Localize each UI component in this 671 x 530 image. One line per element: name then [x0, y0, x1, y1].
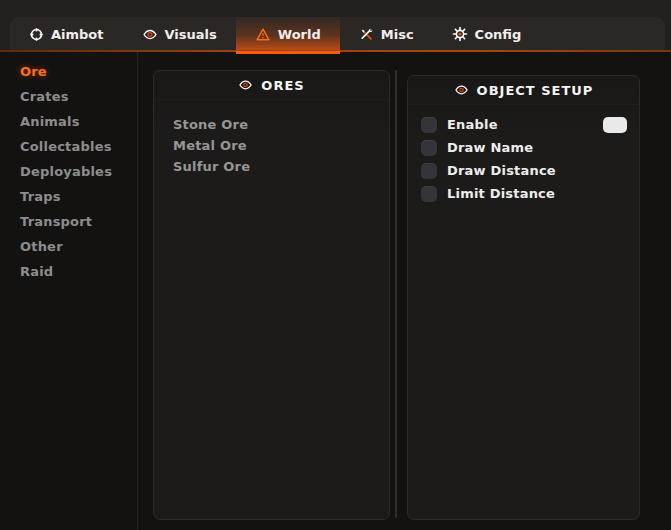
- option-label: Limit Distance: [447, 186, 555, 201]
- tab-misc[interactable]: Misc: [340, 17, 433, 51]
- sidebar-item-other[interactable]: Other: [0, 234, 137, 259]
- panel-title: ORES: [261, 78, 304, 93]
- sidebar-item-transport[interactable]: Transport: [0, 209, 137, 234]
- sidebar-item-traps[interactable]: Traps: [0, 184, 137, 209]
- list-item-metal-ore[interactable]: Metal Ore: [154, 135, 389, 156]
- object-setup-panel-header: OBJECT SETUP: [408, 76, 639, 105]
- gear-icon: [452, 26, 468, 42]
- sidebar-item-deployables[interactable]: Deployables: [0, 159, 137, 184]
- sidebar-item-animals[interactable]: Animals: [0, 109, 137, 134]
- option-label: Enable: [447, 117, 498, 132]
- option-label: Draw Distance: [447, 163, 556, 178]
- tab-world[interactable]: World: [236, 17, 340, 51]
- tools-icon: [359, 27, 374, 42]
- ores-panel: ORES Stone Ore Metal Ore Sulfur Ore: [153, 70, 390, 520]
- panel-title: OBJECT SETUP: [477, 83, 594, 98]
- tab-label: Config: [475, 27, 522, 42]
- eye-icon: [454, 83, 469, 97]
- option-row-draw-distance: Draw Distance: [421, 159, 639, 182]
- ore-list: Stone Ore Metal Ore Sulfur Ore: [154, 100, 389, 177]
- tab-bar: Aimbot Visuals World Misc: [10, 17, 665, 51]
- option-row-limit-distance: Limit Distance: [421, 182, 639, 205]
- draw-name-checkbox[interactable]: [421, 140, 437, 156]
- option-row-enable: Enable: [421, 113, 639, 136]
- tab-aimbot[interactable]: Aimbot: [10, 17, 123, 51]
- sidebar-item-collectables[interactable]: Collectables: [0, 134, 137, 159]
- ores-panel-header: ORES: [154, 71, 389, 100]
- warning-triangle-icon: [255, 27, 271, 42]
- enable-checkbox[interactable]: [421, 117, 437, 133]
- sidebar-item-raid[interactable]: Raid: [0, 259, 137, 284]
- object-setup-panel: OBJECT SETUP Enable Draw Name Draw Dista…: [407, 75, 640, 520]
- option-row-draw-name: Draw Name: [421, 136, 639, 159]
- tab-label: Visuals: [165, 27, 217, 42]
- panel-scrollbar[interactable]: [395, 70, 397, 518]
- list-item-stone-ore[interactable]: Stone Ore: [154, 114, 389, 135]
- color-swatch-button[interactable]: [603, 117, 627, 133]
- sidebar-item-crates[interactable]: Crates: [0, 84, 137, 109]
- sidebar-item-ore[interactable]: Ore: [0, 59, 137, 84]
- tab-config[interactable]: Config: [433, 17, 541, 51]
- crosshair-icon: [29, 27, 44, 42]
- eye-icon: [142, 27, 158, 42]
- list-item-sulfur-ore[interactable]: Sulfur Ore: [154, 156, 389, 177]
- eye-icon: [238, 78, 253, 92]
- option-label: Draw Name: [447, 140, 533, 155]
- tab-label: Misc: [381, 27, 414, 42]
- cheat-menu-window: Aimbot Visuals World Misc: [0, 0, 671, 530]
- tab-label: World: [278, 27, 321, 42]
- draw-distance-checkbox[interactable]: [421, 163, 437, 179]
- object-setup-options: Enable Draw Name Draw Distance Limit Dis…: [408, 105, 639, 205]
- category-sidebar: Ore Crates Animals Collectables Deployab…: [0, 52, 138, 530]
- tab-label: Aimbot: [51, 27, 104, 42]
- limit-distance-checkbox[interactable]: [421, 186, 437, 202]
- tab-visuals[interactable]: Visuals: [123, 17, 236, 51]
